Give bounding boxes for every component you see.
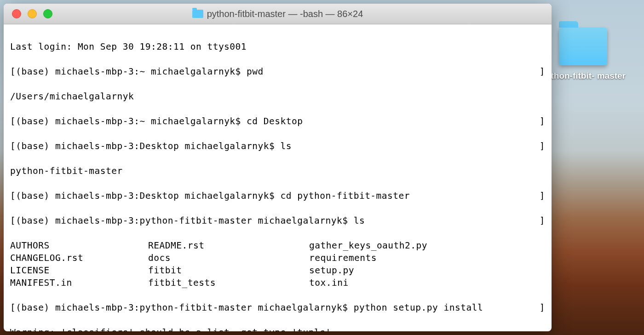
ls-item: requirements [309,252,470,264]
terminal-line: [(base) michaels-mbp-3:Desktop michaelga… [10,190,545,202]
terminal-line: [(base) michaels-mbp-3:python-fitbit-mas… [10,214,545,227]
ls-item: fitbit_tests [148,277,309,289]
window-title: python-fitbit-master — -bash — 86×24 [207,9,363,19]
folder-icon [192,10,203,18]
ls-item: setup.py [309,264,470,277]
ls-item: docs [148,252,309,264]
terminal-content[interactable]: Last login: Mon Sep 30 19:28:11 on ttys0… [4,24,552,331]
ls-item: tox.ini [309,277,470,289]
desktop-folder[interactable]: python-fitbit- master [540,28,626,82]
titlebar[interactable]: python-fitbit-master — -bash — 86×24 [4,4,552,24]
terminal-line: [(base) michaels-mbp-3:~ michaelgalarnyk… [10,65,545,78]
maximize-button[interactable] [43,9,52,18]
terminal-line: [(base) michaels-mbp-3:Desktop michaelga… [10,140,545,152]
ls-item: README.rst [148,239,309,252]
close-button[interactable] [12,9,21,18]
ls-item: AUTHORS [10,239,148,252]
desktop-folder-label: python-fitbit- master [540,70,626,82]
terminal-line: Warning: 'classifiers' should be a list,… [10,326,545,331]
ls-item: MANIFEST.in [10,277,148,289]
ls-item: LICENSE [10,264,148,277]
terminal-line: [(base) michaels-mbp-3:~ michaelgalarnyk… [10,115,545,127]
ls-item: fitbit [148,264,309,277]
terminal-line: python-fitbit-master [10,165,545,177]
ls-item: gather_keys_oauth2.py [309,239,470,252]
minimize-button[interactable] [28,9,37,18]
window-title-area: python-fitbit-master — -bash — 86×24 [192,9,363,19]
folder-icon [559,28,607,65]
terminal-line: [(base) michaels-mbp-3:python-fitbit-mas… [10,301,545,314]
ls-output: AUTHORSCHANGELOG.rstLICENSEMANIFEST.in R… [10,239,545,289]
ls-item: CHANGELOG.rst [10,252,148,264]
terminal-line: Last login: Mon Sep 30 19:28:11 on ttys0… [10,40,545,53]
terminal-window[interactable]: python-fitbit-master — -bash — 86×24 Las… [4,4,552,331]
traffic-lights [12,9,52,18]
terminal-line: /Users/michaelgalarnyk [10,90,545,103]
